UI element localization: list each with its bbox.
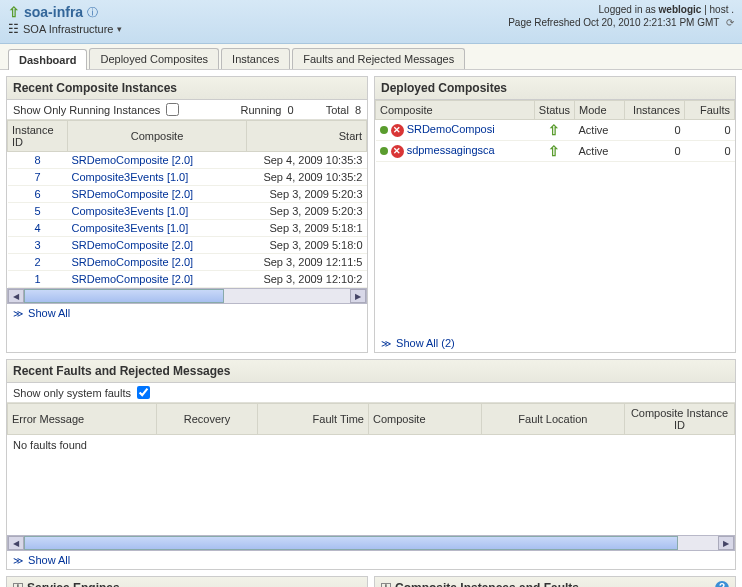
start-time: Sep 3, 2009 12:11:5: [247, 254, 367, 271]
instance-id-link[interactable]: 2: [34, 256, 40, 268]
instances-value: 0: [625, 141, 685, 162]
col-recovery[interactable]: Recovery: [156, 404, 258, 435]
col-start[interactable]: Start: [247, 121, 367, 152]
composite-link[interactable]: SRDemoComposite [2.0]: [72, 188, 194, 200]
instance-id-link[interactable]: 8: [34, 154, 40, 166]
system-faults-label: Show only system faults: [13, 387, 131, 399]
table-row: 7Composite3Events [1.0]Sep 4, 2009 10:35…: [8, 169, 367, 186]
tab-dashboard[interactable]: Dashboard: [8, 49, 87, 70]
table-row: 6SRDemoComposite [2.0]Sep 3, 2009 5:20:3: [8, 186, 367, 203]
table-row: ✕ SRDemoComposi⇧Active00: [376, 120, 735, 141]
show-running-checkbox[interactable]: [166, 103, 179, 116]
col-fault-time[interactable]: Fault Time: [258, 404, 369, 435]
composite-link[interactable]: Composite3Events [1.0]: [72, 171, 189, 183]
faults-scrollbar[interactable]: ◀ ▶: [7, 535, 735, 551]
faults-value: 0: [685, 141, 735, 162]
composite-link[interactable]: SRDemoComposite [2.0]: [72, 239, 194, 251]
scroll-right-icon[interactable]: ▶: [350, 289, 366, 303]
instance-id-link[interactable]: 1: [34, 273, 40, 285]
table-row: 3SRDemoComposite [2.0]Sep 3, 2009 5:18:0: [8, 237, 367, 254]
col-composite[interactable]: Composite: [368, 404, 481, 435]
total-label: Total: [326, 104, 349, 116]
composite-instances-faults-panel: + Composite Instances and Faults ?: [374, 576, 736, 587]
expand-icon: ≫: [381, 338, 391, 349]
instance-id-link[interactable]: 3: [34, 239, 40, 251]
col-composite-instance-id[interactable]: Composite Instance ID: [625, 404, 735, 435]
deployed-title: Deployed Composites: [375, 77, 735, 100]
composite-link[interactable]: Composite3Events [1.0]: [72, 222, 189, 234]
page-title: soa-infra: [24, 4, 83, 20]
show-all-instances-link[interactable]: Show All: [28, 307, 70, 319]
expand-plus-icon[interactable]: +: [13, 583, 23, 587]
scroll-right-icon[interactable]: ▶: [718, 536, 734, 550]
instance-id-link[interactable]: 6: [34, 188, 40, 200]
col-instances[interactable]: Instances: [625, 101, 685, 120]
show-all-deployed-link[interactable]: Show All (2): [396, 337, 455, 349]
expand-plus-icon[interactable]: +: [381, 583, 391, 587]
col-fault-location[interactable]: Fault Location: [481, 404, 624, 435]
tab-instances[interactable]: Instances: [221, 48, 290, 69]
service-engines-panel: + Service Engines: [6, 576, 368, 587]
infra-label: SOA Infrastructure: [23, 23, 113, 35]
status-up-icon: ⇧: [548, 122, 560, 138]
show-all-faults-link[interactable]: Show All: [28, 554, 70, 566]
scroll-thumb[interactable]: [24, 536, 678, 550]
composite-link[interactable]: SRDemoComposite [2.0]: [72, 154, 194, 166]
refresh-timestamp: Page Refreshed Oct 20, 2010 2:21:31 PM G…: [508, 17, 719, 28]
scroll-left-icon[interactable]: ◀: [8, 536, 24, 550]
col-faults[interactable]: Faults: [685, 101, 735, 120]
faults-table: Error Message Recovery Fault Time Compos…: [7, 403, 735, 435]
total-count: 8: [355, 104, 361, 116]
status-dot-icon: [380, 126, 388, 134]
refresh-icon[interactable]: ⟳: [726, 17, 734, 28]
composite-link[interactable]: SRDemoComposi: [407, 123, 495, 135]
scroll-thumb[interactable]: [24, 289, 224, 303]
table-row: 8SRDemoComposite [2.0]Sep 4, 2009 10:35:…: [8, 152, 367, 169]
table-row: 2SRDemoComposite [2.0]Sep 3, 2009 12:11:…: [8, 254, 367, 271]
mode-value: Active: [575, 141, 625, 162]
expand-icon: ≫: [13, 308, 23, 319]
scroll-left-icon[interactable]: ◀: [8, 289, 24, 303]
col-status[interactable]: Status: [534, 101, 574, 120]
instance-id-link[interactable]: 5: [34, 205, 40, 217]
faults-title: Recent Faults and Rejected Messages: [7, 360, 735, 383]
error-icon: ✕: [391, 145, 404, 158]
start-time: Sep 3, 2009 5:20:3: [247, 186, 367, 203]
composite-link[interactable]: sdpmessagingsca: [407, 144, 495, 156]
start-time: Sep 3, 2009 12:10:2: [247, 271, 367, 288]
col-composite[interactable]: Composite: [376, 101, 535, 120]
composite-link[interactable]: SRDemoComposite [2.0]: [72, 256, 194, 268]
info-icon[interactable]: ⓘ: [87, 5, 98, 20]
col-composite[interactable]: Composite: [68, 121, 247, 152]
composite-link[interactable]: SRDemoComposite [2.0]: [72, 273, 194, 285]
tab-deployed-composites[interactable]: Deployed Composites: [89, 48, 219, 69]
composite-instances-faults-title: Composite Instances and Faults: [395, 581, 579, 587]
running-count: 0: [288, 104, 294, 116]
mode-value: Active: [575, 120, 625, 141]
login-info: Logged in as weblogic | host .: [508, 4, 734, 15]
start-time: Sep 4, 2009 10:35:2: [247, 169, 367, 186]
col-mode[interactable]: Mode: [575, 101, 625, 120]
composite-link[interactable]: Composite3Events [1.0]: [72, 205, 189, 217]
show-running-label: Show Only Running Instances: [13, 104, 160, 116]
instance-id-link[interactable]: 4: [34, 222, 40, 234]
instances-scrollbar[interactable]: ◀ ▶: [7, 288, 367, 304]
faults-value: 0: [685, 120, 735, 141]
page-header: ⇧ soa-infra ⓘ ☷ SOA Infrastructure ▾ Log…: [0, 0, 742, 44]
instance-id-link[interactable]: 7: [34, 171, 40, 183]
col-error-message[interactable]: Error Message: [8, 404, 157, 435]
system-faults-checkbox[interactable]: [137, 386, 150, 399]
table-row: ✕ sdpmessagingsca⇧Active00: [376, 141, 735, 162]
start-time: Sep 4, 2009 10:35:3: [247, 152, 367, 169]
status-dot-icon: [380, 147, 388, 155]
tab-faults[interactable]: Faults and Rejected Messages: [292, 48, 465, 69]
recent-instances-title: Recent Composite Instances: [7, 77, 367, 100]
instances-table: Instance ID Composite Start 8SRDemoCompo…: [7, 120, 367, 288]
col-instance-id[interactable]: Instance ID: [8, 121, 68, 152]
faults-empty: No faults found: [7, 435, 735, 535]
help-icon[interactable]: ?: [715, 581, 729, 587]
table-row: 4Composite3Events [1.0]Sep 3, 2009 5:18:…: [8, 220, 367, 237]
instances-value: 0: [625, 120, 685, 141]
status-up-icon: ⇧: [8, 4, 20, 20]
infrastructure-menu[interactable]: ☷ SOA Infrastructure ▾: [8, 22, 122, 36]
